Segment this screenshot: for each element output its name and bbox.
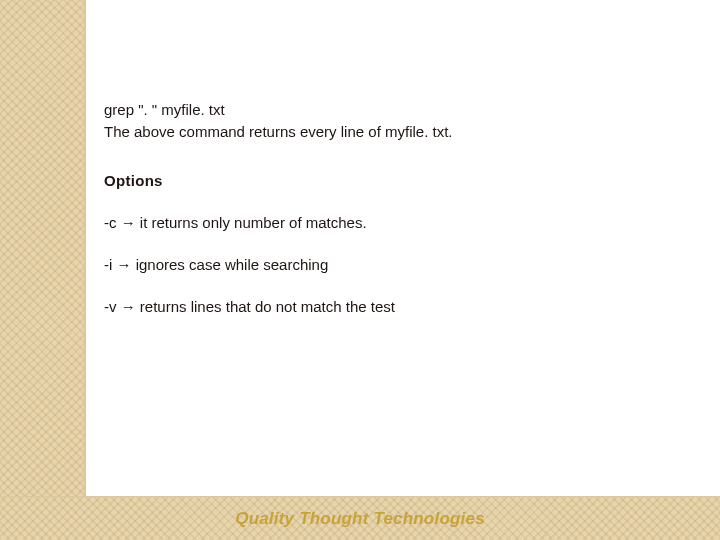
option-desc: it returns only number of matches. bbox=[140, 214, 367, 231]
arrow-icon: → bbox=[117, 256, 132, 273]
option-desc: ignores case while searching bbox=[136, 256, 329, 273]
option-flag: -i bbox=[104, 256, 112, 273]
option-c: -c → it returns only number of matches. bbox=[104, 213, 700, 233]
footer-bar: Quality Thought Technologies bbox=[0, 496, 720, 540]
grep-explain: The above command returns every line of … bbox=[104, 122, 700, 142]
arrow-icon: → bbox=[121, 298, 136, 315]
footer-brand: Quality Thought Technologies bbox=[235, 509, 485, 529]
option-flag: -c bbox=[104, 214, 117, 231]
arrow-icon: → bbox=[121, 214, 136, 231]
options-heading: Options bbox=[104, 171, 700, 191]
option-v: -v → returns lines that do not match the… bbox=[104, 297, 700, 317]
slide-content: grep ". " myfile. txt The above command … bbox=[104, 100, 700, 340]
sidebar-pattern bbox=[0, 0, 86, 540]
option-flag: -v bbox=[104, 298, 117, 315]
option-i: -i → ignores case while searching bbox=[104, 255, 700, 275]
option-desc: returns lines that do not match the test bbox=[140, 298, 395, 315]
grep-command: grep ". " myfile. txt bbox=[104, 100, 700, 120]
